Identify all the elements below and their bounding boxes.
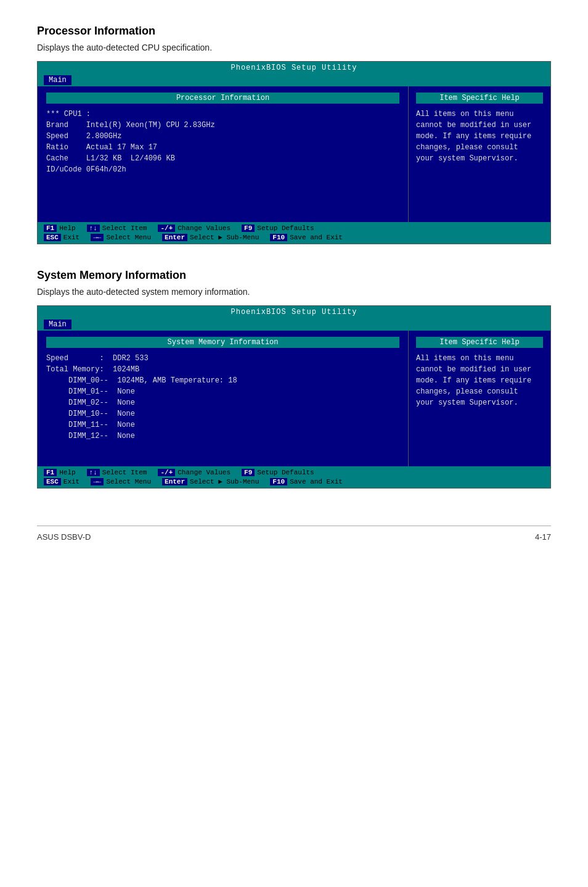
bios-help-panel: Item Specific HelpAll items on this menu…: [409, 86, 550, 222]
footer-label: Exit: [63, 478, 80, 485]
bios-main-panel: System Memory InformationSpeed : DDR2 53…: [38, 331, 409, 466]
footer-item-: -/+Change Values: [158, 225, 231, 232]
footer-item-: -/+Change Values: [158, 469, 231, 476]
bios-main-content: *** CPU1 : Brand Intel(R) Xeon(TM) CPU 2…: [46, 109, 399, 175]
bios-help-content: All items on this menu cannot be modifie…: [416, 109, 543, 164]
footer-key: F10: [270, 234, 287, 241]
bios-nav-item-main[interactable]: Main: [44, 75, 71, 85]
section-title-memory: System Memory Information: [37, 269, 551, 282]
section-desc-processor: Displays the auto-detected CPU specifica…: [37, 43, 551, 52]
footer-item-F9: F9Setup Defaults: [242, 225, 314, 232]
bios-main-panel: Processor Information*** CPU1 : Brand In…: [38, 86, 409, 222]
footer-item-ESC: ESCExit: [44, 477, 80, 485]
bios-main-panel-header: System Memory Information: [46, 337, 399, 348]
section-desc-memory: Displays the auto-detected system memory…: [37, 287, 551, 297]
footer-key: →←: [91, 234, 104, 241]
bios-container-memory: PhoenixBIOS Setup UtilityMainSystem Memo…: [37, 305, 551, 489]
footer-item-: →←Select Menu: [91, 233, 151, 241]
bios-container-processor: PhoenixBIOS Setup UtilityMainProcessor I…: [37, 61, 551, 244]
footer-item-F10: F10Save and Exit: [270, 477, 343, 485]
footer-key: F9: [242, 469, 255, 476]
bios-title-bar: PhoenixBIOS Setup Utility: [38, 62, 550, 74]
footer-key: F1: [44, 469, 57, 476]
footer-label: Select Menu: [106, 478, 151, 485]
page-footer: ASUS DSBV-D 4-17: [37, 526, 551, 542]
footer-label: Help: [59, 225, 75, 232]
footer-key: -/+: [158, 225, 175, 232]
footer-key: ESC: [44, 234, 61, 241]
footer-label: Select Menu: [106, 234, 151, 241]
footer-item-F10: F10Save and Exit: [270, 233, 343, 241]
bios-help-panel: Item Specific HelpAll items on this menu…: [409, 331, 550, 466]
bios-nav-bar: Main: [38, 318, 550, 331]
bios-content-area: System Memory InformationSpeed : DDR2 53…: [38, 331, 550, 466]
footer-label: Select ▶ Sub-Menu: [190, 233, 259, 241]
footer-key: ↑↓: [87, 225, 100, 232]
bios-help-panel-header: Item Specific Help: [416, 93, 543, 104]
footer-label: Help: [59, 469, 75, 476]
bios-footer: F1Help↑↓Select Item-/+Change ValuesF9Set…: [38, 222, 550, 244]
bios-footer: F1Help↑↓Select Item-/+Change ValuesF9Set…: [38, 466, 550, 488]
footer-key: Enter: [162, 478, 187, 485]
section-title-processor: Processor Information: [37, 25, 551, 38]
footer-item-: ↑↓Select Item: [87, 469, 147, 476]
footer-item-: →←Select Menu: [91, 477, 151, 485]
bios-main-content: Speed : DDR2 533 Total Memory: 1024MB DI…: [46, 353, 399, 442]
footer-page: 4-17: [535, 532, 551, 542]
bios-help-content: All items on this menu cannot be modifie…: [416, 353, 543, 408]
footer-product: ASUS DSBV-D: [37, 532, 91, 542]
footer-item-F1: F1Help: [44, 225, 76, 232]
bios-nav-bar: Main: [38, 74, 550, 86]
footer-key: -/+: [158, 469, 175, 476]
footer-label: Save and Exit: [290, 478, 343, 485]
footer-label: Setup Defaults: [257, 225, 314, 232]
footer-key: F10: [270, 478, 287, 485]
footer-label: Select Item: [102, 225, 147, 232]
footer-item-Enter: EnterSelect ▶ Sub-Menu: [162, 233, 259, 241]
footer-key: ESC: [44, 478, 61, 485]
footer-key: →←: [91, 478, 104, 485]
footer-key: F9: [242, 225, 255, 232]
footer-key: ↑↓: [87, 469, 100, 476]
footer-item-F9: F9Setup Defaults: [242, 469, 314, 476]
footer-label: Setup Defaults: [257, 469, 314, 476]
bios-content-area: Processor Information*** CPU1 : Brand In…: [38, 86, 550, 222]
bios-title-bar: PhoenixBIOS Setup Utility: [38, 306, 550, 318]
footer-item-ESC: ESCExit: [44, 233, 80, 241]
footer-label: Select Item: [102, 469, 147, 476]
bios-nav-item-main[interactable]: Main: [44, 320, 71, 329]
footer-item-Enter: EnterSelect ▶ Sub-Menu: [162, 477, 259, 485]
bios-main-panel-header: Processor Information: [46, 93, 399, 104]
footer-item-: ↑↓Select Item: [87, 225, 147, 232]
footer-key: F1: [44, 225, 57, 232]
footer-label: Change Values: [178, 469, 231, 476]
footer-label: Change Values: [178, 225, 231, 232]
footer-item-F1: F1Help: [44, 469, 76, 476]
footer-key: Enter: [162, 234, 187, 241]
bios-help-panel-header: Item Specific Help: [416, 337, 543, 348]
footer-label: Exit: [63, 234, 80, 241]
footer-label: Save and Exit: [290, 234, 343, 241]
footer-label: Select ▶ Sub-Menu: [190, 477, 259, 485]
